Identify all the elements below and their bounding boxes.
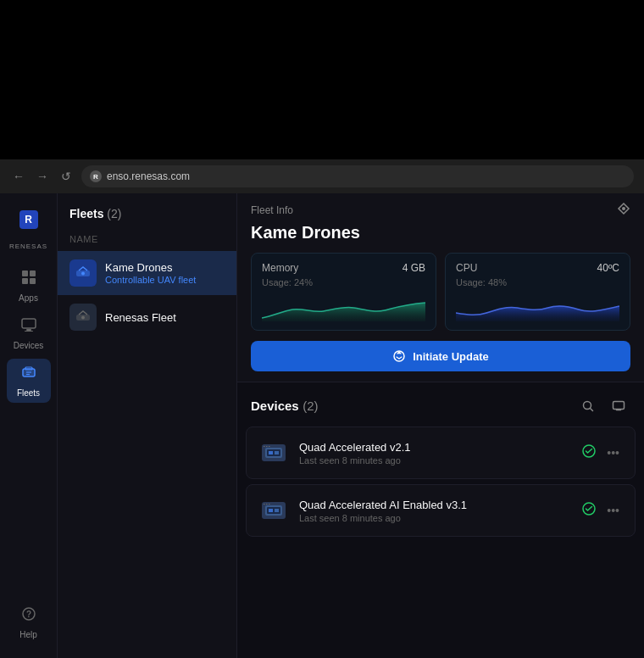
fleet-icon-renesas [69,304,97,331]
sidebar-item-devices[interactable]: Devices [7,311,51,355]
device-chip-icon-0 [258,438,289,468]
memory-value: 4 GB [402,262,425,274]
renesas-wordmark: RENESAS [9,243,47,250]
url-text: enso.renesas.com [107,170,190,182]
fleet-panel: Fleets (2) NAME Kame Drones Controllable… [58,193,237,658]
fleets-icon [20,364,37,385]
svg-rect-28 [266,446,268,447]
forward-button[interactable]: → [34,168,51,185]
svg-rect-21 [613,402,625,410]
fleet-subtitle-kame: Controllable UAV fleet [105,275,196,285]
device-item-1[interactable]: Quad Accelerated AI Enabled v3.1 Last se… [246,484,636,537]
svg-rect-26 [275,451,279,454]
renesas-r-icon: R [19,210,38,229]
fleet-name-renesas: Renesas Fleet [105,311,176,324]
fleet-icon-kame [69,259,97,287]
svg-rect-5 [26,329,31,331]
sidebar-item-apps[interactable]: Apps [7,264,51,308]
device-name-0: Quad Accelerated v2.1 [299,441,571,454]
svg-point-15 [81,272,85,276]
svg-rect-36 [264,504,265,505]
svg-rect-1 [30,270,36,276]
devices-section: Devices (2) [237,382,644,658]
devices-title: Devices [251,399,299,413]
fleet-info-icon [617,202,630,218]
cpu-header: CPU 40ºC [456,262,619,274]
fleet-column-header: NAME [58,231,236,251]
fleet-info-renesas: Renesas Fleet [105,311,176,324]
svg-point-17 [81,316,85,320]
help-label: Help [19,630,37,639]
back-button[interactable]: ← [10,168,27,185]
svg-point-18 [622,207,625,210]
svg-rect-4 [22,319,36,328]
svg-rect-35 [275,509,279,512]
fleet-item-renesas[interactable]: Renesas Fleet [58,295,236,339]
device-info-1: Quad Accelerated AI Enabled v3.1 Last se… [299,499,571,523]
fleet-info-panel: Fleet Info Kame Drones Memory 4 GB [237,193,644,382]
device-item-0[interactable]: Quad Accelerated v2.1 Last seen 8 minute… [246,427,636,479]
device-last-seen-1: Last seen 8 minutes ago [299,513,571,523]
sidebar-item-fleets[interactable]: Fleets [7,359,51,403]
fleet-list: Kame Drones Controllable UAV fleet Renes… [58,251,236,339]
memory-chart [262,294,425,321]
device-last-seen-0: Last seen 8 minutes ago [299,455,571,466]
more-options-button-1[interactable]: ••• [603,500,623,521]
devices-title-area: Devices (2) [251,399,319,414]
devices-header: Devices (2) [237,382,644,427]
sidebar-item-help[interactable]: ? Help [7,600,51,644]
status-online-icon-0 [581,443,597,462]
svg-rect-2 [22,278,28,284]
fleets-title: Fleets [69,207,103,220]
cpu-value: 40ºC [597,262,619,274]
main-content: Fleet Info Kame Drones Memory 4 GB [237,193,644,658]
svg-rect-38 [269,504,270,505]
svg-rect-27 [264,446,265,447]
memory-usage: Usage: 24% [262,277,425,287]
device-status-0: ••• [581,443,623,463]
fleet-name-kame: Kame Drones [105,261,196,274]
url-favicon: R [90,170,102,182]
svg-rect-6 [25,331,33,332]
cpu-usage: Usage: 48% [456,277,619,287]
devices-actions [576,394,630,418]
cpu-card: CPU 40ºC Usage: 48% [445,253,630,331]
devices-label: Devices [14,341,44,350]
fleet-info-kame: Kame Drones Controllable UAV fleet [105,261,196,285]
update-button-label: Initiate Update [413,350,489,363]
browser-chrome: ← → ↺ R enso.renesas.com [0,159,644,193]
apps-label: Apps [19,293,38,303]
display-icon [612,399,625,413]
svg-rect-29 [269,446,270,447]
fleet-info-title: Fleet Info [251,204,293,216]
svg-rect-25 [269,451,273,454]
device-chip-icon-1 [258,495,289,526]
device-name-1: Quad Accelerated AI Enabled v3.1 [299,499,571,511]
fleet-info-header: Fleet Info [237,193,644,223]
update-icon [392,349,406,363]
help-icon: ? [20,605,37,627]
search-button[interactable] [576,394,600,418]
devices-count: (2) [303,399,318,413]
memory-card: Memory 4 GB Usage: 24% [251,253,436,331]
devices-icon [20,316,37,337]
status-online-icon-1 [581,501,597,520]
stats-row: Memory 4 GB Usage: 24% [237,253,644,341]
fleet-item-kame[interactable]: Kame Drones Controllable UAV fleet [58,251,236,295]
fleets-count: (2) [107,207,121,220]
more-options-button-0[interactable]: ••• [603,443,623,463]
initiate-update-button[interactable]: Initiate Update [251,341,630,371]
sidebar: R RENESAS Apps [0,193,58,658]
svg-text:?: ? [25,610,31,619]
svg-rect-3 [30,278,36,284]
fleets-label: Fleets [17,388,40,398]
svg-rect-37 [266,504,268,505]
url-bar[interactable]: R enso.renesas.com [81,165,634,187]
fleet-name-large: Kame Drones [237,223,644,253]
device-info-0: Quad Accelerated v2.1 Last seen 8 minute… [299,441,571,466]
display-button[interactable] [607,394,630,418]
app-container: R RENESAS Apps [0,193,644,658]
refresh-button[interactable]: ↺ [58,168,75,185]
cpu-chart [456,294,619,321]
svg-rect-0 [22,270,28,276]
